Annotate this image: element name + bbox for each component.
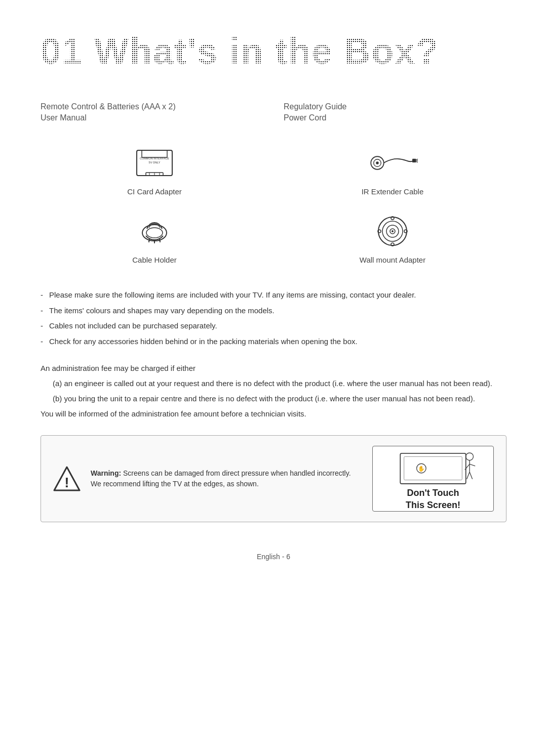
svg-point-15 — [142, 225, 167, 241]
ci-card-icon: COMMON INTERFACE 5V ONLY — [129, 143, 180, 183]
note-text-1: The items' colours and shapes may vary d… — [49, 305, 275, 317]
svg-text:!: ! — [64, 475, 69, 490]
ir-cable-label: IR Extender Cable — [362, 187, 424, 196]
svg-rect-31 — [400, 453, 465, 484]
svg-rect-1 — [142, 150, 167, 157]
dont-touch-box: ✋ Don't Touch This Screen! — [372, 446, 494, 512]
box-item-regulatory: Regulatory Guide — [284, 102, 506, 111]
admin-close: You will be informed of the administrati… — [41, 408, 506, 420]
admin-intro: An administration fee may be charged if … — [41, 362, 506, 374]
page-title: 01 What's in the Box? — [41, 30, 506, 72]
svg-line-19 — [160, 239, 160, 242]
cable-holder-label: Cable Holder — [132, 256, 177, 264]
admin-b: (b) you bring the unit to a repair centr… — [41, 393, 506, 405]
ci-card-label: CI Card Adapter — [127, 187, 182, 196]
footer-text: English - 6 — [257, 553, 290, 561]
svg-point-33 — [466, 453, 474, 460]
box-items-left-col: Remote Control & Batteries (AAA x 2) Use… — [41, 102, 263, 122]
svg-point-10 — [376, 161, 378, 164]
warning-icon-col: ! — [53, 465, 81, 492]
box-item-manual: User Manual — [41, 113, 263, 122]
warning-triangle-icon: ! — [53, 465, 81, 492]
note-text-2: Cables not included can be purchased sep… — [49, 320, 217, 332]
svg-point-24 — [392, 230, 394, 232]
dont-touch-line2: This Screen! — [406, 499, 460, 511]
wall-mount-label: Wall mount Adapter — [360, 256, 425, 264]
note-item-3: - Check for any accessories hidden behin… — [41, 336, 506, 348]
svg-text:✋: ✋ — [418, 465, 425, 472]
svg-rect-32 — [404, 456, 462, 480]
svg-line-12 — [416, 159, 418, 160]
svg-line-36 — [470, 464, 475, 466]
ir-cable-icon — [367, 143, 418, 183]
dont-touch-illustration: ✋ — [382, 446, 484, 488]
note-text-0: Please make sure the following items are… — [49, 289, 416, 301]
svg-point-16 — [146, 228, 163, 238]
svg-text:5V ONLY: 5V ONLY — [149, 161, 161, 164]
note-item-0: - Please make sure the following items a… — [41, 289, 506, 301]
accessory-cable-holder: Cable Holder — [41, 206, 268, 269]
warning-body: Screens can be damaged from direct press… — [91, 469, 351, 488]
cable-holder-icon — [129, 211, 180, 251]
dont-touch-line1: Don't Touch — [407, 487, 459, 499]
box-items-right-col: Regulatory Guide Power Cord — [284, 102, 506, 122]
wall-mount-icon — [367, 211, 418, 251]
svg-line-17 — [149, 239, 149, 242]
accessories-grid: COMMON INTERFACE 5V ONLY CI Card Adapter — [41, 138, 506, 269]
box-items-header: Remote Control & Batteries (AAA x 2) Use… — [41, 102, 506, 122]
admin-a: (a) an engineer is called out at your re… — [41, 377, 506, 390]
page-footer: English - 6 — [41, 553, 506, 561]
box-item-remote: Remote Control & Batteries (AAA x 2) — [41, 102, 263, 111]
svg-line-38 — [470, 472, 473, 479]
box-item-powercord: Power Cord — [284, 113, 506, 122]
accessory-wall-mount: Wall mount Adapter — [279, 206, 506, 269]
warning-box: ! Warning: Screens can be damaged from d… — [41, 435, 506, 522]
note-text-3: Check for any accessories hidden behind … — [49, 336, 358, 348]
warning-bold: Warning: — [91, 469, 121, 477]
accessory-ir-cable: IR Extender Cable — [279, 138, 506, 201]
admin-section: An administration fee may be charged if … — [41, 362, 506, 420]
svg-rect-11 — [412, 159, 416, 162]
svg-line-37 — [467, 472, 470, 479]
svg-line-14 — [416, 161, 418, 162]
accessory-ci-card: COMMON INTERFACE 5V ONLY CI Card Adapter — [41, 138, 268, 201]
notes-section: - Please make sure the following items a… — [41, 289, 506, 347]
note-item-1: - The items' colours and shapes may vary… — [41, 305, 506, 317]
warning-text: Warning: Screens can be damaged from dir… — [91, 468, 362, 489]
svg-text:COMMON INTERFACE: COMMON INTERFACE — [140, 157, 169, 160]
note-item-2: - Cables not included can be purchased s… — [41, 320, 506, 332]
